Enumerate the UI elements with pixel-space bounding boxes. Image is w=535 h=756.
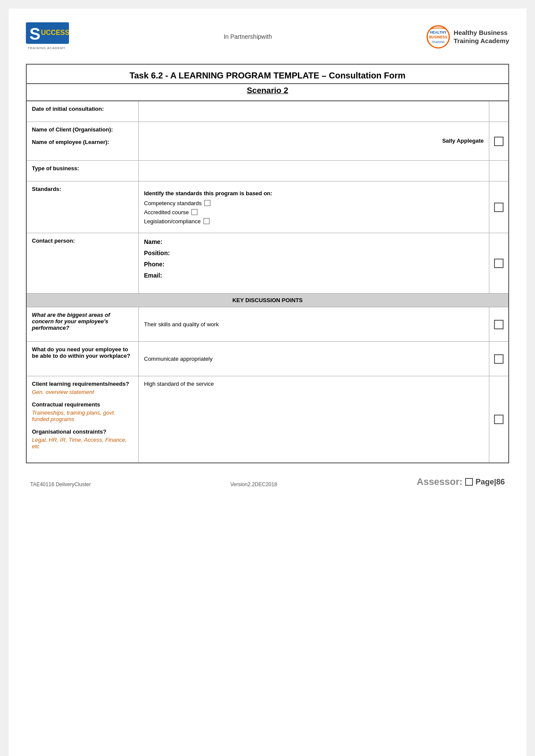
competency-label: Competency standards [144,200,202,206]
date-label: Date of initial consultation: [27,101,139,122]
assessor-label: Assessor: [417,476,463,487]
legislation-checkbox[interactable] [203,218,210,224]
page: S UCCESS TRAINING ACADEMY In Partnership… [9,9,526,756]
employee-name-content: Sally Applegate [139,122,489,160]
org-constraints-label: Organisational constraints? [32,428,133,435]
contact-position: Position: [144,250,484,256]
accredited-label: Accredited course [144,209,189,216]
concern-label: What are the biggest areas of concern fo… [27,307,139,341]
need-value: Communicate appropriately [144,356,484,362]
partnership-text: In Partnershipwith [224,33,272,40]
date-content [139,101,489,122]
footer-left: TAE40116 DeliveryCluster [30,481,91,487]
multi-row: Client learning requirements/needs? Gen.… [27,376,508,462]
need-row: What do you need your employee to be abl… [27,342,508,376]
key-discussion-header: KEY DISCUSSION POINTS [27,294,508,307]
footer-center: Version2.2DEC2018 [230,481,277,487]
standards-item-3: Legislation/compliance [144,218,484,225]
hbta-text: Healthy Business Training Academy [454,28,509,45]
hbta-logo-icon: HEALTHY BUSINESS TRAINING [426,25,450,49]
contact-checkbox[interactable] [494,259,504,268]
contact-row: Contact person: Name: Position: Phone: E… [27,233,508,294]
multi-content: High standard of the service [139,376,489,462]
assessor-checkbox[interactable] [465,478,473,486]
client-learning-block: Client learning requirements/needs? Gen.… [32,381,133,395]
concern-value: Their skills and quality of work [144,321,484,328]
svg-text:S: S [29,25,41,43]
contact-email: Email: [144,272,484,279]
name-row: Name of Client (Organisation): Name of e… [27,122,508,161]
form-container: Task 6.2 - A LEARNING PROGRAM TEMPLATE –… [26,64,509,463]
svg-text:BUSINESS: BUSINESS [429,35,448,39]
standards-item-1: Competency standards [144,200,484,206]
contact-name: Name: [144,238,484,245]
employee-name-value: Sally Applegate [442,137,484,144]
name-labels: Name of Client (Organisation): Name of e… [27,122,139,160]
concern-assessor[interactable] [489,307,508,341]
need-assessor[interactable] [489,342,508,376]
name-checkbox[interactable] [494,137,504,146]
need-label: What do you need your employee to be abl… [27,342,139,376]
org-constraints-block: Organisational constraints? Legal, HR, I… [32,428,133,450]
concern-row: What are the biggest areas of concern fo… [27,307,508,342]
contractual-block: Contractual requirements Traineeships, t… [32,401,133,422]
form-title: Task 6.2 - A LEARNING PROGRAM TEMPLATE –… [27,65,508,84]
contact-assessor[interactable] [489,233,508,293]
success-logo-icon: S UCCESS TRAINING ACADEMY [26,22,69,52]
multi-assessor[interactable] [489,376,508,462]
multi-label-cell: Client learning requirements/needs? Gen.… [27,376,139,462]
client-org-label: Name of Client (Organisation): [32,126,113,133]
org-constraints-sub: Legal, HR, IR, Time, Access, Finance, et… [32,437,133,450]
hbta-logo: HEALTHY BUSINESS TRAINING Healthy Busine… [426,25,509,49]
need-checkbox[interactable] [494,354,504,364]
competency-checkbox[interactable] [204,200,210,206]
business-content [139,161,489,181]
svg-text:UCCESS: UCCESS [41,29,69,36]
standards-label: Standards: [27,181,139,233]
multi-checkbox[interactable] [494,415,504,424]
business-label: Type of business: [27,161,139,181]
contractual-sub: Traineeships, training plans, govt. fund… [32,409,133,422]
multi-value: High standard of the service [144,381,484,387]
contractual-label: Contractual requirements [32,401,133,408]
standards-item-2: Accredited course [144,209,484,216]
standards-assessor[interactable] [489,181,508,233]
standards-intro: Identify the standards this program is b… [144,190,484,197]
date-assessor [489,101,508,122]
svg-text:TRAINING ACADEMY: TRAINING ACADEMY [28,46,66,50]
business-assessor [489,161,508,181]
footer-right: Assessor: Page|86 [417,476,505,487]
contact-content: Name: Position: Phone: Email: [139,233,489,293]
contact-label: Contact person: [27,233,139,293]
svg-text:TRAINING: TRAINING [432,41,445,44]
contact-phone: Phone: [144,261,484,268]
footer: TAE40116 DeliveryCluster Version2.2DEC20… [26,476,509,487]
page-number: Page|86 [476,478,505,487]
concern-content: Their skills and quality of work [139,307,489,341]
need-content: Communicate appropriately [139,342,489,376]
header: S UCCESS TRAINING ACADEMY In Partnership… [26,22,509,56]
form-subtitle: Scenario 2 [27,84,508,101]
client-learning-label: Client learning requirements/needs? [32,381,133,387]
svg-text:HEALTHY: HEALTHY [430,31,447,34]
accredited-checkbox[interactable] [191,209,197,215]
standards-checkbox[interactable] [494,203,504,212]
client-learning-sub: Gen. overview statement [32,389,133,395]
success-logo: S UCCESS TRAINING ACADEMY [26,22,69,52]
employee-learner-label: Name of employee (Learner): [32,139,109,145]
standards-row: Standards: Identify the standards this p… [27,181,508,233]
concern-checkbox[interactable] [494,320,504,329]
name-assessor[interactable] [489,122,508,160]
date-row: Date of initial consultation: [27,101,508,122]
standards-content: Identify the standards this program is b… [139,181,489,233]
business-row: Type of business: [27,161,508,181]
legislation-label: Legislation/compliance [144,218,201,225]
